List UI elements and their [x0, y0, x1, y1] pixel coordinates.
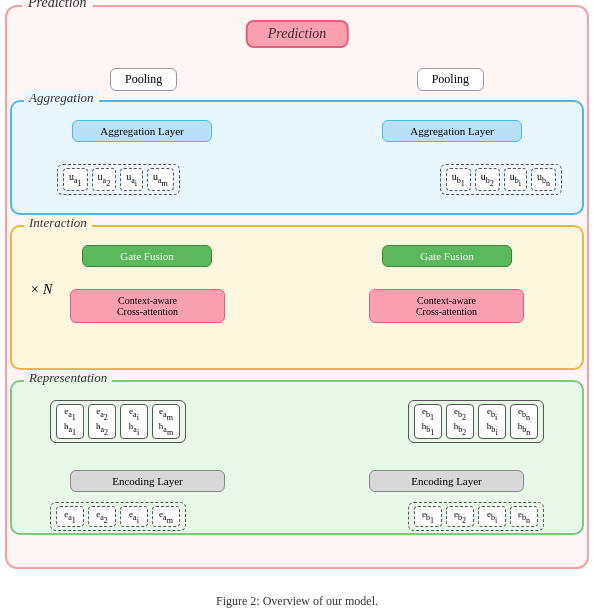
- pooling-right-box: Pooling: [417, 68, 484, 91]
- eh-a1: ea1ha1: [56, 404, 84, 439]
- u-b2: ub2: [475, 168, 500, 191]
- e-vectors-bottom-right: eb1 eb2 ebi ebn: [408, 502, 544, 531]
- pooling-left-box: Pooling: [110, 68, 177, 91]
- u-vectors-left-group: ua1 ua2 uai uam: [57, 164, 180, 195]
- u-vectors-right-group: ub1 ub2 ubi ubn: [440, 164, 562, 195]
- u-vectors-left: ua1 ua2 uai uam: [57, 164, 180, 195]
- u-am: uam: [147, 168, 174, 191]
- e-vectors-bottom-left-group: ea1 ea2 eai eam: [50, 502, 186, 531]
- u-bi: ubi: [504, 168, 527, 191]
- e-b1-bot: eb1: [414, 506, 442, 527]
- e-vectors-bottom-left: ea1 ea2 eai eam: [50, 502, 186, 531]
- context-aware-left-label: Context-awareCross-attention: [79, 295, 216, 317]
- aggregation-layer-right: Aggregation Layer: [382, 120, 522, 142]
- eh-bn: ebnhbn: [510, 404, 538, 439]
- encoding-layer-left: Encoding Layer: [70, 470, 225, 492]
- context-aware-left: Context-awareCross-attention: [70, 289, 225, 323]
- eh-vectors-left-group: ea1ha1 ea2ha2 eaihai eamham: [50, 400, 186, 443]
- eh-b1: eb1hb1: [414, 404, 442, 439]
- eh-ai: eaihai: [120, 404, 148, 439]
- figure-caption: Figure 2: Overview of our model.: [0, 594, 594, 609]
- eh-b2: eb2hb2: [446, 404, 474, 439]
- aggregation-section: Aggregation Aggregation Layer Aggregatio…: [10, 100, 584, 215]
- eh-a2: ea2ha2: [88, 404, 116, 439]
- context-aware-right: Context-awareCross-attention: [369, 289, 524, 323]
- prediction-outer-label: Prediction: [22, 0, 93, 11]
- u-b1: ub1: [446, 168, 471, 191]
- e-a2-bot: ea2: [88, 506, 116, 527]
- eh-am: eamham: [152, 404, 180, 439]
- interaction-section: Interaction × N Gate Fusion Gate Fusion …: [10, 225, 584, 370]
- e-am-bot: eam: [152, 506, 180, 527]
- representation-label: Representation: [24, 370, 112, 386]
- interaction-label: Interaction: [24, 215, 92, 231]
- e-vectors-bottom-right-group: eb1 eb2 ebi ebn: [408, 502, 544, 531]
- eh-vectors-right: eb1hb1 eb2hb2 ebihbi ebnhbn: [408, 400, 544, 443]
- encoding-layer-right: Encoding Layer: [369, 470, 524, 492]
- e-ai-bot: eai: [120, 506, 148, 527]
- gate-fusion-right: Gate Fusion: [382, 245, 512, 267]
- u-a2: ua2: [92, 168, 117, 191]
- aggregation-layer-left: Aggregation Layer: [72, 120, 212, 142]
- xN-label: × N: [30, 282, 52, 298]
- u-vectors-right: ub1 ub2 ubi ubn: [440, 164, 562, 195]
- e-bn-bot: ebn: [510, 506, 538, 527]
- u-a1: ua1: [63, 168, 88, 191]
- eh-vectors-left: ea1ha1 ea2ha2 eaihai eamham: [50, 400, 186, 443]
- e-a1-bot: ea1: [56, 506, 84, 527]
- context-aware-right-label: Context-awareCross-attention: [378, 295, 515, 317]
- representation-section: Representation ea1ha1 ea2ha2 eaihai eamh…: [10, 380, 584, 535]
- eh-bi: ebihbi: [478, 404, 506, 439]
- e-b2-bot: eb2: [446, 506, 474, 527]
- u-ai: uai: [120, 168, 143, 191]
- gate-fusion-left: Gate Fusion: [82, 245, 212, 267]
- eh-vectors-right-group: eb1hb1 eb2hb2 ebihbi ebnhbn: [408, 400, 544, 443]
- e-bi-bot: ebi: [478, 506, 506, 527]
- u-bn: ubn: [531, 168, 556, 191]
- prediction-box: Prediction: [246, 20, 349, 48]
- aggregation-label: Aggregation: [24, 90, 99, 106]
